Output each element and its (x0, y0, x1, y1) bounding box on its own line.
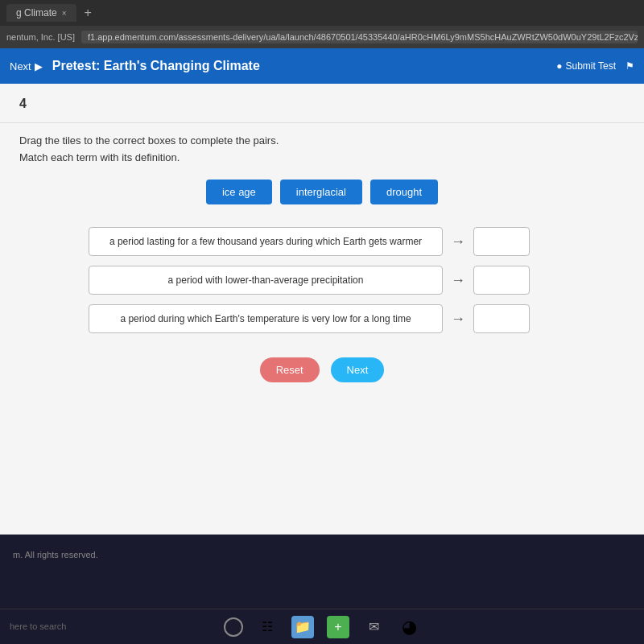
new-tab-icon[interactable]: + (85, 6, 92, 20)
address-bar: nentum, Inc. [US] f1.app.edmentum.com/as… (0, 26, 644, 48)
submit-icon: ● (556, 60, 562, 72)
address-prefix: nentum, Inc. [US] (6, 32, 75, 42)
taskbar-mail-icon[interactable]: ✉ (362, 616, 385, 638)
address-url[interactable]: f1.app.edmentum.com/assessments-delivery… (81, 31, 638, 43)
definition-1: a period lasting for a few thousand year… (89, 227, 443, 256)
taskbar: ☷ 📁 + ✉ ◕ here to search (0, 609, 644, 644)
definition-3: a period during which Earth's temperatur… (89, 304, 443, 333)
tab-close-icon[interactable]: × (62, 9, 67, 18)
tile-ice-age[interactable]: ice age (206, 180, 272, 204)
taskbar-search-area[interactable]: here to search (0, 609, 161, 644)
arrow-icon-1: → (451, 233, 465, 250)
page-title: Pretest: Earth's Changing Climate (52, 59, 547, 73)
submit-test-button[interactable]: ● Submit Test (556, 60, 616, 72)
reset-button[interactable]: Reset (260, 357, 320, 382)
drop-box-3[interactable] (473, 304, 530, 333)
arrow-icon-3: → (451, 311, 465, 328)
instruction-text: Drag the tiles to the correct boxes to c… (19, 134, 625, 147)
definition-2: a period with lower-than-average precipi… (89, 266, 443, 295)
match-row-3: a period during which Earth's temperatur… (89, 304, 555, 333)
active-tab[interactable]: g Climate × (6, 4, 76, 22)
taskbar-search-text: here to search (10, 621, 66, 631)
header-next-label: Next (10, 60, 31, 72)
match-rows-container: a period lasting for a few thousand year… (19, 227, 625, 333)
taskbar-search-icon[interactable] (224, 617, 243, 637)
taskbar-chrome-icon[interactable]: ◕ (398, 616, 420, 638)
sub-instruction-text: Match each term with its definition. (19, 151, 625, 163)
drop-box-1[interactable] (473, 227, 530, 256)
copyright-text: m. All rights reserved. (13, 550, 98, 559)
match-row-2: a period with lower-than-average precipi… (89, 266, 555, 295)
taskbar-windows-icon[interactable]: ☷ (256, 616, 279, 638)
flag-icon[interactable]: ⚑ (625, 60, 634, 72)
arrow-icon-2: → (451, 272, 465, 289)
header-next-button[interactable]: Next ▶ (10, 60, 43, 72)
tab-label: g Climate (16, 7, 57, 19)
tiles-container: ice age interglacial drought (19, 180, 625, 204)
action-buttons: Reset Next (19, 357, 625, 382)
taskbar-apps-icon[interactable]: + (327, 616, 349, 638)
tile-interglacial[interactable]: interglacial (280, 180, 362, 204)
taskbar-files-icon[interactable]: 📁 (291, 616, 314, 638)
tile-drought[interactable]: drought (370, 180, 438, 204)
next-button[interactable]: Next (331, 357, 385, 382)
submit-label: Submit Test (566, 60, 616, 72)
app-header: Next ▶ Pretest: Earth's Changing Climate… (0, 48, 644, 84)
main-content: 4 Drag the tiles to the correct boxes to… (0, 84, 644, 535)
divider (0, 122, 644, 123)
footer: m. All rights reserved. (0, 535, 644, 575)
match-row-1: a period lasting for a few thousand year… (89, 227, 555, 256)
header-next-icon: ▶ (35, 60, 43, 72)
question-number: 4 (19, 97, 625, 111)
drop-box-2[interactable] (473, 266, 530, 295)
header-right-actions: ● Submit Test ⚑ (556, 60, 634, 72)
browser-tab-bar: g Climate × + (0, 0, 644, 26)
